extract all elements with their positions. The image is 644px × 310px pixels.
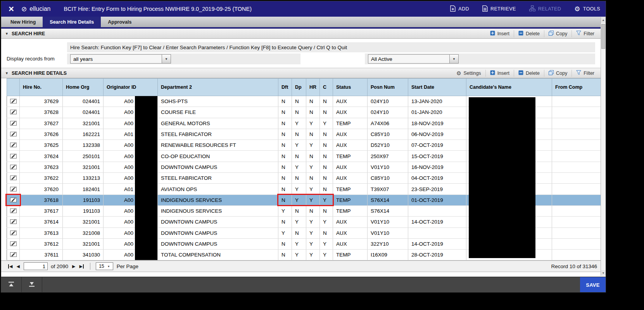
copy-button[interactable]: Copy bbox=[544, 30, 571, 37]
cell-department[interactable]: COURSE FILE bbox=[158, 107, 278, 118]
cell-hr-flag[interactable]: N bbox=[306, 173, 320, 184]
cell-from-comp[interactable] bbox=[552, 184, 601, 195]
row-edit-cell[interactable] bbox=[7, 96, 20, 107]
cell-c-flag[interactable]: Y bbox=[320, 250, 333, 260]
cell-c-flag[interactable]: N bbox=[320, 96, 333, 107]
cell-status[interactable]: TEMP bbox=[333, 184, 368, 195]
column-header[interactable]: Department 2 bbox=[158, 79, 278, 96]
cell-home-org[interactable]: 191103 bbox=[63, 205, 104, 216]
collapse-icon[interactable]: ▼ bbox=[5, 32, 9, 36]
column-header[interactable]: Start Date bbox=[408, 79, 466, 96]
cell-home-org[interactable]: 321001 bbox=[63, 162, 104, 172]
cell-status[interactable]: AUX bbox=[333, 162, 368, 172]
row-edit-cell[interactable] bbox=[7, 162, 20, 172]
per-page-select[interactable]: 15 ▼ bbox=[96, 262, 113, 270]
cell-home-org[interactable]: 182401 bbox=[63, 184, 104, 195]
edit-record-icon[interactable] bbox=[10, 175, 17, 180]
row-edit-cell[interactable] bbox=[7, 129, 20, 140]
cell-c-flag[interactable]: N bbox=[320, 107, 333, 118]
cell-hire-no[interactable]: 37622 bbox=[20, 173, 63, 184]
cell-hr-flag[interactable]: Y bbox=[306, 184, 320, 195]
edit-record-icon[interactable] bbox=[10, 219, 17, 224]
cell-dp-flag[interactable]: Y bbox=[292, 217, 306, 227]
cell-start-date[interactable]: 13-JAN-2020 bbox=[408, 96, 466, 107]
cell-dft-flag[interactable]: N bbox=[278, 238, 292, 249]
cell-posn-num[interactable]: A74X06 bbox=[368, 118, 408, 129]
cell-dp-flag[interactable]: Y bbox=[292, 250, 306, 260]
row-edit-cell[interactable] bbox=[7, 184, 20, 195]
cell-status[interactable]: AUX bbox=[333, 217, 368, 227]
row-edit-cell[interactable] bbox=[7, 195, 20, 205]
cell-department[interactable]: INDIGENOUS SERVICES bbox=[158, 205, 278, 216]
cell-hr-flag[interactable]: N bbox=[306, 151, 320, 162]
cell-hr-flag[interactable]: N bbox=[306, 129, 320, 140]
save-button[interactable]: SAVE bbox=[580, 277, 606, 293]
cell-department[interactable]: DOWNTOWN CAMPUS bbox=[158, 217, 278, 227]
years-dropdown[interactable]: all years ▼ bbox=[70, 54, 171, 64]
edit-record-icon[interactable] bbox=[10, 230, 17, 235]
cell-start-date[interactable]: 18-NOV-2019 bbox=[408, 118, 466, 129]
insert-button[interactable]: Insert bbox=[486, 30, 514, 37]
row-edit-cell[interactable] bbox=[7, 217, 20, 227]
cell-start-date[interactable]: 14-OCT-2019 bbox=[408, 238, 466, 249]
cell-dft-flag[interactable]: Y bbox=[278, 227, 292, 238]
cell-department[interactable]: GENERAL MOTORS bbox=[158, 118, 278, 129]
cell-dft-flag[interactable]: N bbox=[278, 151, 292, 162]
cell-home-org[interactable]: 024401 bbox=[63, 96, 104, 107]
cell-posn-num[interactable]: S76X14 bbox=[368, 205, 408, 216]
cell-from-comp[interactable] bbox=[552, 118, 601, 129]
cell-start-date[interactable]: 23-SEP-2019 bbox=[408, 184, 466, 195]
column-header[interactable]: From Comp bbox=[552, 79, 601, 96]
cell-posn-num[interactable]: 250X97 bbox=[368, 151, 408, 162]
cell-hire-no[interactable]: 37626 bbox=[20, 129, 63, 140]
tools-button[interactable]: ⚙ TOOLS bbox=[574, 6, 600, 12]
cell-posn-num[interactable]: T39X07 bbox=[368, 184, 408, 195]
scrollbar-up-button[interactable]: ▲ bbox=[601, 17, 606, 23]
cell-home-org[interactable]: 132338 bbox=[63, 140, 104, 151]
column-header[interactable]: Home Org bbox=[63, 79, 104, 96]
cell-department[interactable]: SOHS-PTS bbox=[158, 96, 278, 107]
cell-from-comp[interactable] bbox=[552, 151, 601, 162]
cell-start-date[interactable]: 06-NOV-2019 bbox=[408, 129, 466, 140]
cell-from-comp[interactable] bbox=[552, 162, 601, 172]
cell-status[interactable]: TEMP bbox=[333, 151, 368, 162]
next-page-button[interactable]: ▶ bbox=[72, 264, 75, 269]
cell-dft-flag[interactable]: N bbox=[278, 96, 292, 107]
cell-from-comp[interactable] bbox=[552, 173, 601, 184]
close-button[interactable]: × bbox=[1, 1, 21, 17]
delete-button[interactable]: Delete bbox=[514, 70, 544, 77]
tab-approvals[interactable]: Approvals bbox=[101, 17, 138, 27]
cell-from-comp[interactable] bbox=[552, 129, 601, 140]
cell-hire-no[interactable]: 37612 bbox=[20, 238, 63, 249]
cell-start-date[interactable]: 16-NOV-2019 bbox=[408, 162, 466, 172]
years-dropdown-button[interactable]: ▼ bbox=[162, 54, 171, 64]
cell-c-flag[interactable]: Y bbox=[320, 238, 333, 249]
retrieve-button[interactable]: RETRIEVE bbox=[482, 5, 516, 13]
cell-dft-flag[interactable]: N bbox=[278, 118, 292, 129]
cell-dp-flag[interactable]: Y bbox=[292, 238, 306, 249]
scroll-to-top-button[interactable] bbox=[1, 277, 22, 293]
cell-status[interactable]: AUX bbox=[333, 96, 368, 107]
cell-hr-flag[interactable]: Y bbox=[306, 195, 320, 205]
cell-posn-num[interactable]: C85Y10 bbox=[368, 173, 408, 184]
tab-search-hire-details[interactable]: Search Hire Details bbox=[43, 17, 101, 27]
cell-department[interactable]: TOTAL COMPENSATION bbox=[158, 250, 278, 260]
edit-record-icon[interactable] bbox=[10, 131, 17, 136]
cell-home-org[interactable]: 191103 bbox=[63, 195, 104, 205]
cell-status[interactable]: AUX bbox=[333, 238, 368, 249]
cell-hire-no[interactable]: 37623 bbox=[20, 162, 63, 172]
cell-home-org[interactable]: 321001 bbox=[63, 217, 104, 227]
cell-start-date[interactable]: 15-OCT-2019 bbox=[408, 151, 466, 162]
cell-home-org[interactable]: 250101 bbox=[63, 151, 104, 162]
cell-hire-no[interactable]: 37625 bbox=[20, 140, 63, 151]
edit-record-icon[interactable] bbox=[10, 142, 17, 147]
cell-status[interactable]: TEMP bbox=[333, 205, 368, 216]
cell-c-flag[interactable]: N bbox=[320, 129, 333, 140]
cell-status[interactable]: AUX bbox=[333, 173, 368, 184]
edit-record-icon[interactable] bbox=[10, 208, 17, 213]
delete-button[interactable]: Delete bbox=[514, 30, 544, 37]
collapse-icon[interactable]: ▼ bbox=[5, 71, 9, 75]
cell-from-comp[interactable] bbox=[552, 140, 601, 151]
active-dropdown-button[interactable]: ▼ bbox=[449, 54, 459, 64]
cell-dp-flag[interactable]: N bbox=[292, 151, 306, 162]
